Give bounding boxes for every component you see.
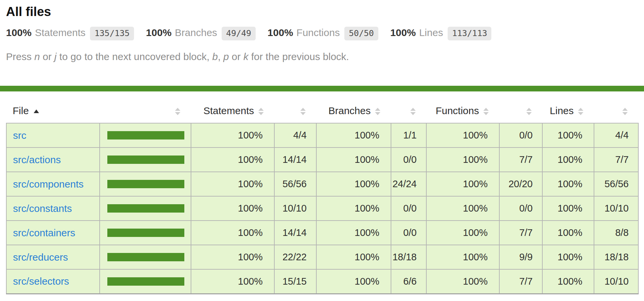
file-link[interactable]: src — [13, 130, 26, 141]
functions-pct-cell: 100% — [426, 147, 499, 172]
file-link[interactable]: src/constants — [13, 203, 72, 214]
coverage-bar — [107, 204, 184, 213]
functions-pct-cell: 100% — [426, 245, 499, 269]
sort-icon — [578, 108, 583, 115]
branches-fraction-badge: 49/49 — [222, 27, 255, 40]
functions-abs-cell: 9/9 — [499, 245, 542, 269]
lines-pct-cell: 100% — [542, 245, 594, 269]
branches-abs-cell: 0/0 — [391, 147, 426, 172]
coverage-bar — [107, 253, 184, 261]
coverage-summary: 100% Statements 135/135 100% Branches 49… — [6, 27, 638, 40]
functions-abs-cell: 7/7 — [499, 221, 542, 245]
file-link[interactable]: src/components — [13, 179, 84, 190]
key-p: p — [223, 51, 229, 62]
functions-pct-cell: 100% — [426, 123, 499, 147]
branches-abs-cell: 0/0 — [391, 196, 426, 221]
statements-pct-cell: 100% — [191, 172, 274, 196]
functions-abs-cell: 0/0 — [499, 123, 542, 147]
lines-fraction-badge: 113/113 — [448, 27, 491, 40]
lines-label: Lines — [419, 27, 443, 38]
col-header-branches-abs[interactable] — [391, 98, 426, 123]
page-title: All files — [6, 5, 638, 18]
coverage-bar — [107, 277, 184, 286]
file-link[interactable]: src/actions — [13, 154, 61, 165]
functions-abs-cell: 20/20 — [499, 172, 542, 196]
col-header-branches[interactable]: Branches — [316, 98, 391, 123]
statements-fraction-badge: 135/135 — [90, 27, 134, 40]
branches-label: Branches — [175, 27, 217, 38]
keyboard-hint: Press n or j to go to the next uncovered… — [6, 51, 638, 62]
table-row: src/reducers 100% 22/22 100% 18/18 100% … — [6, 245, 638, 269]
col-header-lines-abs[interactable] — [594, 98, 638, 123]
col-header-statements-abs[interactable] — [274, 98, 316, 123]
lines-pct: 100% — [390, 27, 416, 38]
file-link[interactable]: src/reducers — [13, 252, 68, 263]
coverage-bar — [107, 229, 184, 237]
statements-pct-cell: 100% — [191, 147, 274, 172]
branches-pct-cell: 100% — [316, 196, 391, 221]
statements-abs-cell: 4/4 — [274, 123, 316, 147]
branches-abs-cell: 0/0 — [391, 221, 426, 245]
table-row: src/containers 100% 14/14 100% 0/0 100% … — [6, 221, 638, 245]
functions-abs-cell: 7/7 — [499, 269, 542, 294]
sort-icon — [258, 108, 264, 115]
col-header-statements[interactable]: Statements — [191, 98, 274, 123]
statements-abs-cell: 14/14 — [274, 147, 316, 172]
branches-pct-cell: 100% — [316, 221, 391, 245]
statements-abs-cell: 14/14 — [274, 221, 316, 245]
branches-pct: 100% — [146, 27, 172, 38]
functions-label: Functions — [296, 27, 340, 38]
table-row: src/selectors 100% 15/15 100% 6/6 100% 7… — [6, 269, 638, 294]
coverage-table: File Statements Branches Functions Lines… — [6, 98, 639, 294]
functions-pct-cell: 100% — [426, 221, 499, 245]
functions-abs-cell: 7/7 — [499, 147, 542, 172]
functions-pct: 100% — [268, 27, 293, 38]
table-row: src 100% 4/4 100% 1/1 100% 0/0 100% 4/4 — [6, 123, 638, 147]
branches-pct-cell: 100% — [316, 245, 391, 269]
statements-pct-cell: 100% — [191, 221, 274, 245]
lines-abs-cell: 7/7 — [594, 147, 638, 172]
statements-label: Statements — [35, 27, 86, 38]
lines-abs-cell: 56/56 — [594, 172, 638, 196]
branches-pct-cell: 100% — [316, 147, 391, 172]
col-header-file[interactable]: File — [6, 98, 100, 123]
statements-pct: 100% — [6, 27, 32, 38]
functions-pct-cell: 100% — [426, 172, 499, 196]
file-link[interactable]: src/containers — [13, 227, 75, 238]
summary-metric-functions: 100% Functions 50/50 — [268, 27, 378, 40]
coverage-bar — [107, 131, 184, 139]
lines-abs-cell: 8/8 — [594, 221, 638, 245]
branches-abs-cell: 1/1 — [391, 123, 426, 147]
col-header-functions-abs[interactable] — [499, 98, 542, 123]
lines-pct-cell: 100% — [542, 172, 594, 196]
sort-icon — [300, 108, 306, 115]
statements-abs-cell: 15/15 — [274, 269, 316, 294]
summary-metric-branches: 100% Branches 49/49 — [146, 27, 256, 40]
statements-pct-cell: 100% — [191, 269, 274, 294]
statements-pct-cell: 100% — [191, 123, 274, 147]
table-header-row: File Statements Branches Functions Lines — [6, 98, 638, 123]
functions-abs-cell: 0/0 — [499, 196, 542, 221]
branches-abs-cell: 18/18 — [391, 245, 426, 269]
lines-pct-cell: 100% — [542, 269, 594, 294]
table-row: src/actions 100% 14/14 100% 0/0 100% 7/7… — [6, 147, 638, 172]
sort-icon — [622, 108, 628, 115]
lines-abs-cell: 18/18 — [594, 245, 638, 269]
file-link[interactable]: src/selectors — [13, 276, 69, 287]
lines-pct-cell: 100% — [542, 123, 594, 147]
sort-icon — [175, 108, 180, 115]
table-row: src/constants 100% 10/10 100% 0/0 100% 0… — [6, 196, 638, 221]
statements-abs-cell: 10/10 — [274, 196, 316, 221]
functions-pct-cell: 100% — [426, 269, 499, 294]
col-header-bar[interactable] — [100, 98, 191, 123]
branches-pct-cell: 100% — [316, 123, 391, 147]
summary-metric-statements: 100% Statements 135/135 — [6, 27, 134, 40]
col-header-functions[interactable]: Functions — [426, 98, 499, 123]
lines-abs-cell: 4/4 — [594, 123, 638, 147]
key-b: b — [212, 51, 218, 62]
coverage-bar — [107, 180, 184, 188]
branches-abs-cell: 6/6 — [391, 269, 426, 294]
statements-abs-cell: 56/56 — [274, 172, 316, 196]
col-header-lines[interactable]: Lines — [542, 98, 594, 123]
sort-asc-icon — [34, 109, 39, 113]
